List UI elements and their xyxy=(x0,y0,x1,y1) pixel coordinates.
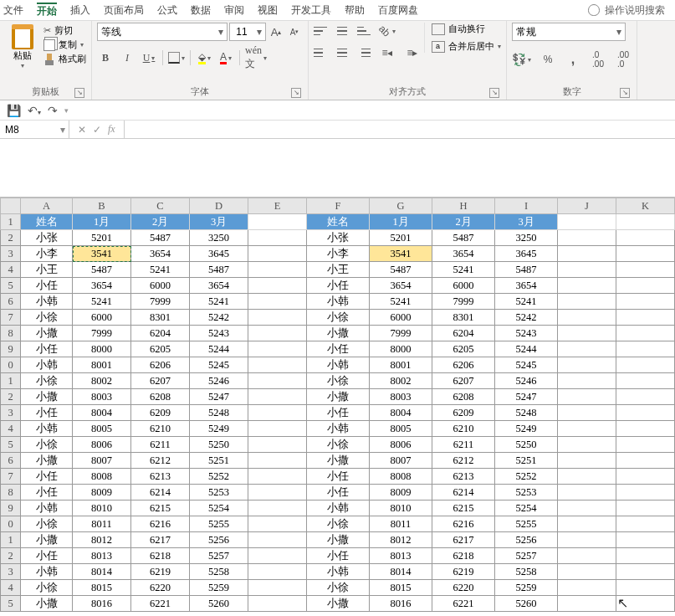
cell[interactable]: 小任 xyxy=(21,341,73,357)
cell[interactable]: 3250 xyxy=(190,230,248,246)
cell[interactable]: 5251 xyxy=(495,453,558,469)
cell[interactable]: 8010 xyxy=(370,501,432,516)
cell[interactable]: 8016 xyxy=(370,596,432,612)
cell[interactable]: 3654 xyxy=(73,278,131,294)
cell[interactable] xyxy=(616,294,675,310)
col-header-I[interactable]: I xyxy=(495,198,558,214)
cell[interactable]: 小韩 xyxy=(307,421,370,437)
cell[interactable]: 8003 xyxy=(73,389,131,405)
cell[interactable]: 小撒 xyxy=(307,453,370,469)
cell[interactable]: 2月 xyxy=(432,214,495,230)
cell[interactable] xyxy=(248,453,307,469)
cell[interactable]: 8002 xyxy=(73,373,131,389)
cell[interactable] xyxy=(558,469,616,485)
cell[interactable]: 小张 xyxy=(21,230,73,246)
cell[interactable]: 5487 xyxy=(73,262,131,278)
cell[interactable] xyxy=(248,596,307,612)
row-header[interactable]: 9 xyxy=(1,341,21,357)
row-header[interactable]: 5 xyxy=(1,437,21,453)
increase-indent-button[interactable]: ≡▸ xyxy=(404,44,421,61)
cell[interactable]: 3541 xyxy=(370,246,432,262)
cell[interactable] xyxy=(248,341,307,357)
cell[interactable]: 6215 xyxy=(131,501,190,516)
spreadsheet-grid[interactable]: ABCDEFGHIJK 1姓名1月2月3月姓名1月2月3月2小张52015487… xyxy=(0,198,675,616)
cell[interactable]: 3654 xyxy=(370,278,432,294)
cell[interactable]: 6211 xyxy=(432,437,495,453)
paste-button[interactable]: 粘贴 ▾ xyxy=(5,23,40,69)
cell[interactable]: 小任 xyxy=(307,548,370,564)
col-header-H[interactable]: H xyxy=(432,198,495,214)
number-format-combo[interactable]: ▾ xyxy=(512,23,626,41)
cell[interactable]: 5487 xyxy=(370,262,432,278)
cell[interactable] xyxy=(558,548,616,564)
cell[interactable]: 8009 xyxy=(73,485,131,501)
insert-function-button[interactable]: fx xyxy=(108,123,115,136)
cell[interactable]: 5241 xyxy=(190,294,248,310)
col-header-J[interactable]: J xyxy=(558,198,616,214)
italic-button[interactable]: I xyxy=(119,49,136,66)
cell[interactable]: 6000 xyxy=(131,278,190,294)
menu-review[interactable]: 审阅 xyxy=(224,3,244,18)
cell[interactable]: 7999 xyxy=(370,326,432,341)
cell[interactable]: 小韩 xyxy=(21,294,73,310)
cell[interactable]: 5245 xyxy=(190,357,248,373)
name-box[interactable]: ▾ xyxy=(0,121,69,138)
cell[interactable]: 6213 xyxy=(131,469,190,485)
cell[interactable]: 3654 xyxy=(131,246,190,262)
cell[interactable]: 小韩 xyxy=(307,564,370,580)
cell[interactable]: 小李 xyxy=(21,246,73,262)
menu-formulas[interactable]: 公式 xyxy=(157,3,177,18)
align-bottom-button[interactable] xyxy=(357,25,371,37)
cell[interactable] xyxy=(248,230,307,246)
cell[interactable]: 6206 xyxy=(131,357,190,373)
cell[interactable]: 8009 xyxy=(370,485,432,501)
cell[interactable] xyxy=(558,453,616,469)
align-center-button[interactable] xyxy=(335,47,349,59)
cell[interactable]: 小任 xyxy=(307,405,370,421)
cell[interactable]: 5258 xyxy=(495,564,558,580)
cell[interactable]: 小徐 xyxy=(21,310,73,326)
cell[interactable]: 8003 xyxy=(370,389,432,405)
cell[interactable] xyxy=(616,214,675,230)
merge-center-button[interactable]: 合并后居中▾ xyxy=(432,40,501,53)
cell[interactable]: 小撒 xyxy=(21,326,73,341)
cell[interactable]: 小韩 xyxy=(307,501,370,516)
cell[interactable]: 3541 xyxy=(73,246,131,262)
cell[interactable]: 小韩 xyxy=(21,501,73,516)
cell[interactable] xyxy=(558,389,616,405)
enter-formula-button[interactable]: ✓ xyxy=(93,124,101,136)
cell[interactable]: 5255 xyxy=(190,516,248,532)
chevron-down-icon[interactable]: ▾ xyxy=(253,26,265,38)
chevron-down-icon[interactable]: ▾ xyxy=(215,26,227,38)
cell[interactable]: 8008 xyxy=(73,469,131,485)
cell[interactable]: 5252 xyxy=(495,469,558,485)
cell[interactable]: 小任 xyxy=(21,405,73,421)
bold-button[interactable]: B xyxy=(97,49,114,66)
cell[interactable]: 5255 xyxy=(495,516,558,532)
cell[interactable]: 8008 xyxy=(370,469,432,485)
cell[interactable] xyxy=(616,580,675,596)
cell[interactable]: 5248 xyxy=(495,405,558,421)
cell[interactable] xyxy=(616,405,675,421)
cell[interactable] xyxy=(616,516,675,532)
row-header[interactable]: 3 xyxy=(1,246,21,262)
cell[interactable]: 小徐 xyxy=(21,580,73,596)
border-button[interactable] xyxy=(168,49,185,66)
cell[interactable] xyxy=(558,373,616,389)
formula-bar-expanded[interactable] xyxy=(0,139,675,198)
cell[interactable] xyxy=(558,596,616,612)
cell[interactable]: 8011 xyxy=(73,516,131,532)
cell[interactable]: 8012 xyxy=(370,532,432,548)
cell[interactable]: 6000 xyxy=(73,310,131,326)
cell[interactable]: 小任 xyxy=(307,469,370,485)
cell[interactable]: 小徐 xyxy=(307,310,370,326)
cell[interactable] xyxy=(616,341,675,357)
cell[interactable]: 6217 xyxy=(432,532,495,548)
cell[interactable]: 5259 xyxy=(495,580,558,596)
cell[interactable] xyxy=(558,357,616,373)
copy-button[interactable]: 复制▾ xyxy=(43,38,86,51)
font-size-input[interactable] xyxy=(230,26,253,38)
col-header-G[interactable]: G xyxy=(370,198,432,214)
cell[interactable]: 8011 xyxy=(370,516,432,532)
cell[interactable] xyxy=(558,580,616,596)
